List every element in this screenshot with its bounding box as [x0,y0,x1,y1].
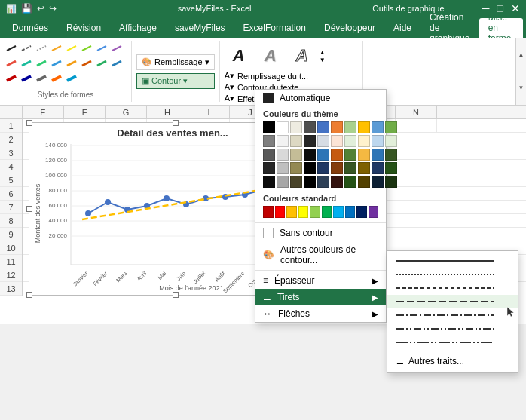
wordart-item-2[interactable]: A [256,44,285,68]
color-swatch[interactable] [344,149,356,161]
color-swatch[interactable] [263,162,275,174]
style-item-11[interactable] [35,59,48,72]
col-header-G[interactable]: G [106,106,147,118]
std-color-1[interactable] [263,206,274,218]
color-swatch[interactable] [344,176,356,188]
color-swatch[interactable] [317,176,329,188]
color-swatch[interactable] [317,162,329,174]
style-item-13[interactable] [65,59,78,72]
color-swatch[interactable] [277,176,289,188]
wordart-item-3[interactable]: A [288,44,317,68]
color-swatch[interactable] [385,162,397,174]
tirets-solid-item[interactable] [387,254,518,268]
color-swatch[interactable] [344,135,356,147]
color-swatch[interactable] [277,121,289,133]
color-swatch[interactable] [358,121,370,133]
color-swatch[interactable] [304,162,316,174]
style-item-7[interactable] [95,44,109,57]
color-swatch[interactable] [372,162,384,174]
tirets-dashed-short-item[interactable] [387,281,518,295]
tirets-dashdot2-item[interactable] [387,322,518,336]
row-num-11[interactable]: 11 [0,255,22,268]
color-swatch[interactable] [317,121,329,133]
row-num-4[interactable]: 4 [0,160,22,173]
tab-revision[interactable]: Révision [57,18,110,38]
style-item-2[interactable] [20,44,33,57]
color-swatch[interactable] [304,176,316,188]
color-swatch[interactable] [331,135,343,147]
color-swatch[interactable] [385,135,397,147]
color-swatch[interactable] [372,149,384,161]
tab-savemyfiles[interactable]: saveMyFiles [166,18,234,38]
col-header-N[interactable]: N [396,106,437,118]
color-swatch[interactable] [290,162,302,174]
style-item-6[interactable] [80,44,93,57]
cell-N1[interactable] [396,119,437,132]
col-header-H[interactable]: H [147,106,188,118]
tirets-longdashdotdot-item[interactable] [387,336,518,349]
style-item-19[interactable] [35,74,48,87]
style-item-17[interactable] [5,74,18,87]
color-swatch[interactable] [331,149,343,161]
tab-miseenforme[interactable]: Mise en forme [479,18,523,38]
resize-handle-ml[interactable] [26,206,32,212]
color-swatch[interactable] [290,121,302,133]
std-color-9[interactable] [356,206,367,218]
wordart-item-1[interactable]: A [225,44,253,68]
resize-handle-bm[interactable] [173,292,179,298]
row-num-3[interactable]: 3 [0,146,22,160]
col-header-F[interactable]: F [64,106,106,118]
style-item-5[interactable] [65,44,78,57]
std-color-2[interactable] [275,206,286,218]
color-swatch[interactable] [385,149,397,161]
color-swatch[interactable] [290,176,302,188]
style-item-3[interactable] [35,44,48,57]
color-swatch[interactable] [385,176,397,188]
tirets-dotted1-item[interactable] [387,268,518,281]
col-header-I[interactable]: I [188,106,230,118]
row-num-10[interactable]: 10 [0,241,22,255]
row-num-2[interactable]: 2 [0,133,22,146]
tirets-dashdot-item[interactable] [387,308,518,322]
style-item-16[interactable] [110,59,124,72]
remplissage-texte-btn[interactable]: A▾ Remplissage du t... [225,71,358,81]
resize-handle-tm[interactable] [173,120,179,126]
color-swatch[interactable] [263,149,275,161]
autres-couleurs-item[interactable]: 🎨 Autres couleurs de contour... [255,241,386,268]
std-color-4[interactable] [298,206,309,218]
style-item-21[interactable] [65,74,78,87]
color-swatch[interactable] [317,135,329,147]
tab-creation[interactable]: Création de graphique [420,18,479,38]
color-swatch[interactable] [304,135,316,147]
style-item-15[interactable] [95,59,109,72]
style-item-9[interactable] [5,59,18,72]
row-num-5[interactable]: 5 [0,173,22,187]
style-item-8[interactable] [110,44,124,57]
quick-access-redo[interactable]: ↪ [49,3,57,14]
row-num-1[interactable]: 1 [0,119,22,133]
color-swatch[interactable] [277,135,289,147]
color-swatch[interactable] [277,149,289,161]
tab-affichage[interactable]: Affichage [110,18,166,38]
color-swatch[interactable] [263,135,275,147]
color-swatch[interactable] [290,149,302,161]
row-num-9[interactable]: 9 [0,228,22,241]
autres-traits-item[interactable]: ⚊ Autres traits... [387,353,518,369]
color-swatch[interactable] [331,176,343,188]
resize-handle-tl[interactable] [26,120,32,126]
color-swatch[interactable] [358,162,370,174]
tirets-dashed-long-item[interactable] [387,295,518,308]
std-color-7[interactable] [333,206,344,218]
color-swatch[interactable] [372,176,384,188]
row-num-12[interactable]: 12 [0,268,22,282]
tab-aide[interactable]: Aide [384,18,420,38]
tirets-item[interactable]: ⚊ Tirets ▶ [255,289,386,305]
color-swatch[interactable] [331,121,343,133]
style-item-12[interactable] [50,59,63,72]
style-item-14[interactable] [80,59,93,72]
style-item-10[interactable] [20,59,33,72]
color-swatch[interactable] [290,135,302,147]
color-swatch[interactable] [277,162,289,174]
color-swatch[interactable] [385,121,397,133]
color-swatch[interactable] [263,121,275,133]
